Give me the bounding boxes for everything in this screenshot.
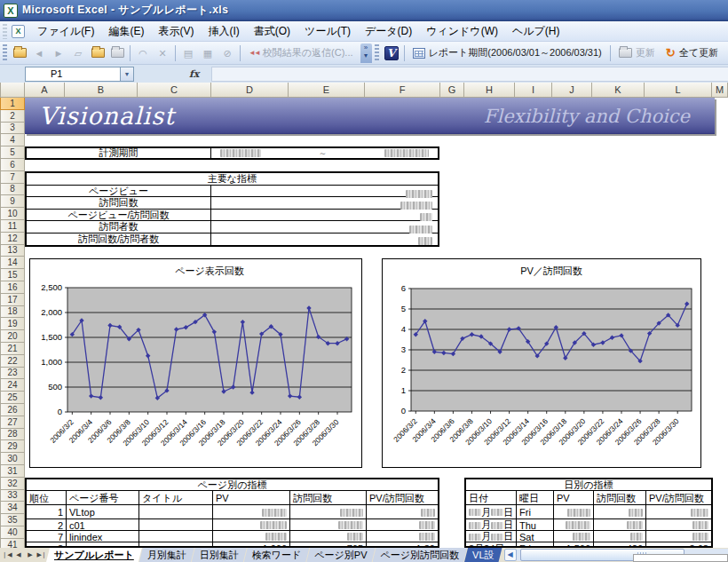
checklist-button[interactable]: ▤ [179,44,197,62]
row-header-28[interactable]: 28 [0,429,25,441]
fx-button[interactable]: fx [189,68,199,80]
row-header-24[interactable]: 24 [0,379,25,392]
sheet-tab-日別集計[interactable]: 日別集計 [192,548,247,562]
column-header-F[interactable]: F [365,83,440,98]
first-sheet-button[interactable]: ❘◀ [2,550,12,560]
select-all-corner[interactable] [0,83,25,98]
sheet-tab-サンプルレポート[interactable]: サンプルレポート [46,548,142,562]
name-box[interactable]: P1 [25,67,121,82]
last-sheet-button[interactable]: ▶❘ [36,550,47,560]
toolbar-options-chevron[interactable]: »▾ [360,44,372,63]
menu-data[interactable]: データ(D) [358,21,419,42]
row-header-9[interactable]: 9 [0,195,25,208]
delete-folder-button[interactable] [108,44,126,62]
row-header-6[interactable]: 6 [0,159,25,171]
toolbar-grip[interactable] [3,44,7,61]
sheet-tab-ページ別PV[interactable]: ページ別PV [306,548,375,562]
edit-button[interactable]: ▱ [69,44,87,62]
sheet-tab-ページ別訪問回数[interactable]: ページ別訪問回数 [373,548,468,562]
row-header-21[interactable]: 21 [0,343,25,355]
column-header-L[interactable]: L [645,83,712,98]
column-header-E[interactable]: E [289,83,365,98]
review-reply-button[interactable]: ◄◄ 校閲結果の返信(C)... [244,44,358,62]
column-header-I[interactable]: I [515,83,552,98]
worksheet[interactable]: 1234567891011121314151617181920212223242… [0,98,728,548]
menu-window[interactable]: ウィンドウ(W) [419,21,505,42]
menu-format[interactable]: 書式(O) [247,21,297,42]
report-period-button[interactable]: レポート期間(2006/03/01～2006/03/31) [408,44,606,62]
visionalist-button[interactable]: V [383,44,400,62]
menu-file[interactable]: ファイル(F) [30,21,101,42]
next-sheet-button[interactable]: ▶ [25,550,36,560]
column-header-D[interactable]: D [211,83,289,98]
sheet-tab-月別集計[interactable]: 月別集計 [139,548,194,562]
column-header-G[interactable]: G [440,83,464,98]
save-attach-button[interactable]: ▦ [199,44,217,62]
row-header-14[interactable]: 14 [0,257,25,269]
row-header-33[interactable]: 33 [0,490,25,503]
row-header-25[interactable]: 25 [0,392,25,404]
row-header-17[interactable]: 17 [0,294,25,306]
row-header-27[interactable]: 27 [0,416,25,429]
column-header-K[interactable]: K [592,83,645,98]
row-header-4[interactable]: 4 [0,134,25,146]
column-header-A[interactable]: A [25,83,65,98]
row-header-10[interactable]: 10 [0,208,25,220]
column-header-J[interactable]: J [552,83,592,98]
attach-button[interactable]: ⊘ [218,44,236,62]
row-header-2[interactable]: 2 [0,110,25,123]
menu-insert[interactable]: 挿入(I) [201,21,246,42]
row-header-23[interactable]: 23 [0,368,25,380]
update-all-button[interactable]: ↻ 全て更新 [661,44,723,62]
row-header-41[interactable]: 41 [0,539,25,548]
row-header-3[interactable]: 3 [0,123,25,135]
svg-text:0: 0 [58,407,62,416]
excel-app-icon: X [4,4,18,18]
next-button[interactable]: ► [50,44,67,62]
prev-sheet-button[interactable]: ◀ [13,550,24,560]
row-header-26[interactable]: 26 [0,404,25,416]
row-header-30[interactable]: 30 [0,453,25,465]
new-folder-button[interactable] [11,44,28,62]
prev-button[interactable]: ◄ [30,44,48,62]
copy-folder-button[interactable] [89,44,107,62]
name-box-dropdown[interactable]: ▼ [121,67,134,82]
menu-edit[interactable]: 編集(E) [101,21,151,42]
cut-button[interactable]: ✕ [154,44,171,62]
row-header-8[interactable]: 8 [0,184,25,196]
row-header-40[interactable]: 40 [0,526,25,539]
row-header-34[interactable]: 34 [0,502,25,514]
row-header-5[interactable]: 5 [0,146,25,159]
formula-input[interactable] [211,67,728,82]
row-header-35[interactable]: 35 [0,514,25,526]
row-header-12[interactable]: 12 [0,233,25,245]
undo-draw-button[interactable]: ◠ [134,44,152,62]
tab-scroll-left-button[interactable]: ◀ [504,549,517,561]
menu-view[interactable]: 表示(V) [151,21,201,42]
column-header-B[interactable]: B [65,83,138,98]
row-header-29[interactable]: 29 [0,440,25,453]
menu-grip[interactable] [3,24,7,39]
workbook-icon[interactable]: X [12,25,25,38]
row-header-18[interactable]: 18 [0,306,25,319]
row-header-22[interactable]: 22 [0,355,25,368]
sheet-tab-検索ワード[interactable]: 検索ワード [244,548,310,562]
menu-tools[interactable]: ツール(T) [297,21,358,42]
row-header-15[interactable]: 15 [0,269,25,281]
column-header-H[interactable]: H [464,83,515,98]
row-header-7[interactable]: 7 [0,171,25,184]
update-button[interactable]: 更新 [614,44,660,62]
row-header-11[interactable]: 11 [0,220,25,233]
row-header-31[interactable]: 31 [0,465,25,478]
column-header-M[interactable]: M [712,83,728,98]
toolbar-grip[interactable] [375,44,379,61]
row-header-32[interactable]: 32 [0,478,25,490]
menu-help[interactable]: ヘルプ(H) [505,21,567,42]
row-header-1[interactable]: 1 [0,98,25,110]
row-header-16[interactable]: 16 [0,281,25,294]
sheet-tab-VL設[interactable]: VL設 [464,548,502,562]
row-header-19[interactable]: 19 [0,318,25,330]
column-header-C[interactable]: C [138,83,211,98]
row-header-20[interactable]: 20 [0,330,25,343]
row-header-13[interactable]: 13 [0,245,25,257]
